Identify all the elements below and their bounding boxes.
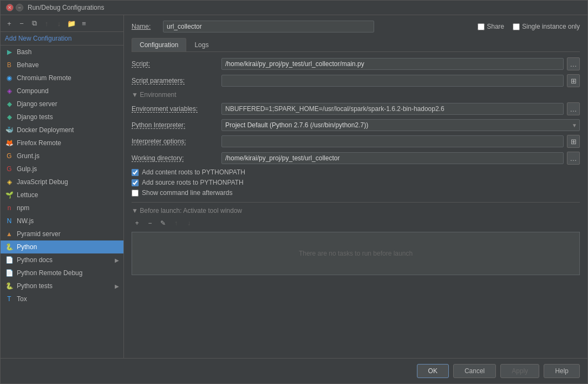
name-input[interactable] (163, 21, 374, 32)
sidebar-item-gulp[interactable]: GGulp.js (1, 162, 123, 175)
django-server-icon: ◆ (5, 100, 14, 108)
single-instance-checkbox[interactable] (513, 23, 520, 30)
move-down-btn[interactable]: ↓ (54, 18, 64, 29)
share-checkbox-label[interactable]: Share (478, 23, 504, 30)
working-dir-browse-btn[interactable]: … (567, 152, 580, 165)
sidebar-item-pyramid[interactable]: ▲Pyramid server (1, 227, 123, 240)
environment-header: ▼ Environment (132, 91, 580, 99)
sidebar-item-label-gulp: Gulp.js (17, 165, 37, 173)
script-params-expand-btn[interactable]: ⊞ (567, 74, 580, 87)
add-content-roots-row: Add content roots to PYTHONPATH (132, 168, 580, 176)
before-launch-down-btn[interactable]: ↓ (184, 218, 194, 229)
sidebar-item-grunt[interactable]: GGrunt.js (1, 149, 123, 162)
before-launch-toolbar: + − ✎ ↑ ↓ (132, 218, 580, 229)
python-interpreter-label: Python Interpreter: (132, 121, 218, 129)
python-tests-icon: 🐍 (5, 282, 14, 290)
sidebar-item-label-nw: NW.js (17, 217, 34, 225)
sidebar-item-nw[interactable]: NNW.js (1, 214, 123, 227)
before-launch-add-btn[interactable]: + (132, 218, 142, 229)
script-browse-btn[interactable]: … (567, 57, 580, 70)
folder-btn[interactable]: 📁 (66, 18, 77, 29)
close-button[interactable]: ✕ (6, 4, 14, 11)
sidebar-item-label-python: Python (17, 243, 37, 251)
script-label: Script: (132, 60, 218, 68)
script-input[interactable] (221, 58, 564, 70)
add-content-roots-label[interactable]: Add content roots to PYTHONPATH (142, 168, 245, 176)
gulp-icon: G (5, 165, 14, 173)
sidebar-item-label-chromium: Chromium Remote (17, 74, 71, 82)
sidebar-item-django-tests[interactable]: ◆Django tests (1, 110, 123, 123)
add-source-roots-label[interactable]: Add source roots to PYTHONPATH (142, 179, 244, 186)
grunt-icon: G (5, 152, 14, 160)
script-params-row: Script parameters: ⊞ (132, 74, 580, 87)
npm-icon: n (5, 204, 14, 212)
sidebar-item-python-tests[interactable]: 🐍Python tests▶ (1, 279, 123, 292)
interpreter-options-input[interactable] (221, 135, 564, 147)
sidebar-item-behave[interactable]: BBehave (1, 58, 123, 71)
remove-config-btn[interactable]: − (16, 18, 27, 29)
python-docs-arrow-icon: ▶ (115, 257, 119, 263)
sidebar-item-label-tox: Tox (17, 295, 27, 303)
env-vars-input[interactable] (221, 103, 564, 115)
python-interpreter-row: Python Interpreter: Project Default (Pyt… (132, 119, 580, 131)
tab-configuration[interactable]: Configuration (132, 38, 186, 51)
sidebar-item-npm[interactable]: nnpm (1, 201, 123, 214)
form-section: Script: … Script parameters: ⊞ ▼ Environ… (132, 57, 580, 353)
add-source-roots-checkbox[interactable] (132, 179, 139, 186)
add-new-config[interactable]: Add New Configuration (1, 32, 123, 45)
before-launch-remove-btn[interactable]: − (145, 218, 155, 229)
main-content: + − ⧉ ↑ ↓ 📁 ≡ Add New Configuration ▶Bas… (1, 15, 587, 358)
sidebar-item-docker[interactable]: 🐳Docker Deployment (1, 123, 123, 136)
sidebar-item-label-django-server: Django server (17, 100, 57, 108)
config-list: ▶BashBBehave◉Chromium Remote◈Compound◆Dj… (1, 45, 123, 358)
sidebar-item-firefox[interactable]: 🦊Firefox Remote (1, 136, 123, 149)
script-params-input[interactable] (221, 75, 564, 87)
title-bar: ✕ − Run/Debug Configurations (1, 1, 587, 15)
before-launch-up-btn[interactable]: ↑ (171, 218, 181, 229)
js-debug-icon: ◈ (5, 178, 14, 186)
single-instance-checkbox-label[interactable]: Single instance only (513, 23, 580, 30)
tab-logs[interactable]: Logs (186, 38, 217, 51)
working-dir-input[interactable] (221, 152, 564, 164)
move-up-btn[interactable]: ↑ (41, 18, 52, 29)
sidebar-item-label-firefox: Firefox Remote (17, 139, 61, 147)
before-launch-edit-btn[interactable]: ✎ (158, 218, 168, 229)
pyramid-icon: ▲ (5, 230, 14, 238)
help-button[interactable]: Help (544, 364, 580, 378)
share-checkbox[interactable] (478, 23, 485, 30)
sidebar-item-tox[interactable]: TTox (1, 292, 123, 305)
sidebar-item-python-docs[interactable]: 📄Python docs▶ (1, 253, 123, 266)
add-source-roots-row: Add source roots to PYTHONPATH (132, 179, 580, 186)
tabs: Configuration Logs (132, 38, 580, 52)
python-interpreter-select[interactable]: Project Default (Python 2.7.6 (/usr/bin/… (221, 119, 580, 131)
sidebar-item-bash[interactable]: ▶Bash (1, 45, 123, 58)
sidebar-item-label-lettuce: Lettuce (17, 191, 38, 199)
ok-button[interactable]: OK (417, 364, 449, 378)
sidebar-item-django-server[interactable]: ◆Django server (1, 97, 123, 110)
behave-icon: B (5, 61, 14, 69)
left-toolbar: + − ⧉ ↑ ↓ 📁 ≡ (1, 15, 123, 32)
show-command-checkbox[interactable] (132, 190, 139, 197)
django-tests-icon: ◆ (5, 113, 14, 121)
copy-config-btn[interactable]: ⧉ (29, 18, 40, 29)
env-vars-row: Environment variables: … (132, 102, 580, 115)
sidebar-item-chromium[interactable]: ◉Chromium Remote (1, 71, 123, 84)
sidebar-item-python[interactable]: 🐍Python (1, 240, 123, 253)
working-dir-row: Working directory: … (132, 152, 580, 165)
interpreter-options-expand-btn[interactable]: ⊞ (567, 135, 580, 148)
firefox-icon: 🦊 (5, 139, 14, 147)
env-vars-btn[interactable]: … (567, 102, 580, 115)
sort-btn[interactable]: ≡ (79, 18, 89, 29)
sidebar-item-js-debug[interactable]: ◈JavaScript Debug (1, 175, 123, 188)
apply-button[interactable]: Apply (500, 364, 539, 378)
cancel-button[interactable]: Cancel (453, 364, 496, 378)
add-content-roots-checkbox[interactable] (132, 169, 139, 176)
bash-icon: ▶ (5, 48, 14, 56)
script-params-label: Script parameters: (132, 77, 218, 84)
sidebar-item-lettuce[interactable]: 🌱Lettuce (1, 188, 123, 201)
sidebar-item-python-remote[interactable]: 📄Python Remote Debug (1, 266, 123, 279)
minimize-button[interactable]: − (16, 4, 23, 11)
add-config-btn[interactable]: + (4, 18, 15, 29)
sidebar-item-compound[interactable]: ◈Compound (1, 84, 123, 97)
show-command-label[interactable]: Show command line afterwards (142, 189, 232, 197)
